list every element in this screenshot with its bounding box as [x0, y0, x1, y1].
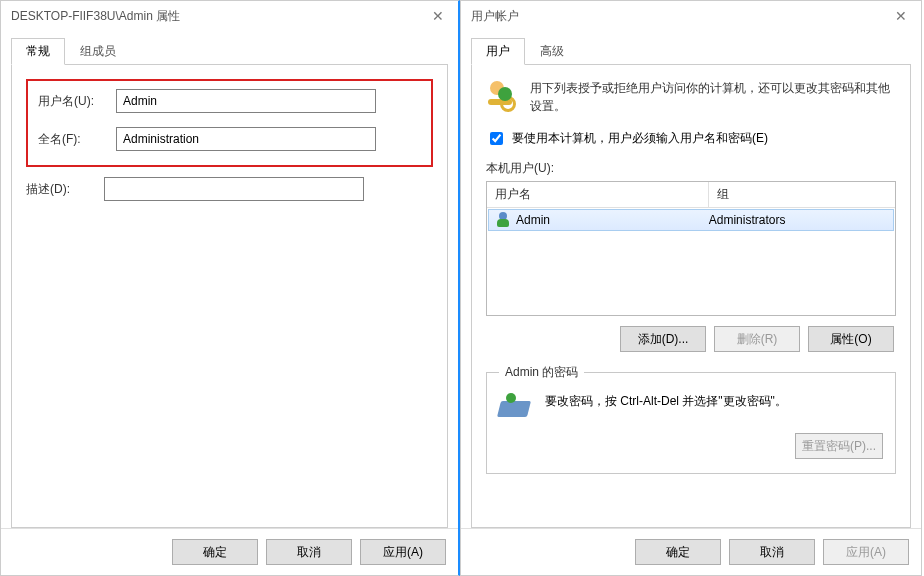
password-group: Admin 的密码 要改密码，按 Ctrl-Alt-Del 并选择"更改密码"。… [486, 364, 896, 474]
local-users-label: 本机用户(U): [486, 160, 896, 177]
users-keys-icon [486, 79, 520, 113]
titlebar: DESKTOP-FIIF38U\Admin 属性 ✕ [1, 1, 458, 31]
ok-button[interactable]: 确定 [635, 539, 721, 565]
password-group-legend: Admin 的密码 [499, 364, 584, 381]
keyboard-icon [499, 393, 533, 421]
users-listview[interactable]: 用户名 组 Admin Administrators [486, 181, 896, 316]
window-title: DESKTOP-FIIF38U\Admin 属性 [11, 8, 180, 25]
require-password-label: 要使用本计算机，用户必须输入用户名和密码(E) [512, 130, 768, 147]
username-field[interactable] [116, 89, 376, 113]
list-item[interactable]: Admin Administrators [488, 209, 894, 231]
row-username: Admin [516, 213, 550, 227]
apply-button: 应用(A) [823, 539, 909, 565]
highlight-box: 用户名(U): 全名(F): [26, 79, 433, 167]
description-field[interactable] [104, 177, 364, 201]
add-button[interactable]: 添加(D)... [620, 326, 706, 352]
ok-button[interactable]: 确定 [172, 539, 258, 565]
tab-general[interactable]: 常规 [11, 38, 65, 65]
tab-strip: 用户 高级 [471, 37, 911, 65]
user-accounts-dialog: 用户帐户 ✕ 用户 高级 用下列表授予或拒绝用户访问你的计算机，还可以更改其密码… [460, 0, 922, 576]
apply-button[interactable]: 应用(A) [360, 539, 446, 565]
column-username[interactable]: 用户名 [487, 182, 709, 207]
tab-users[interactable]: 用户 [471, 38, 525, 65]
info-text: 用下列表授予或拒绝用户访问你的计算机，还可以更改其密码和其他设置。 [530, 79, 896, 115]
username-label: 用户名(U): [38, 93, 116, 110]
admin-properties-dialog: DESKTOP-FIIF38U\Admin 属性 ✕ 常规 组成员 用户名(U)… [0, 0, 460, 576]
close-icon[interactable]: ✕ [889, 6, 913, 26]
column-group[interactable]: 组 [709, 182, 895, 207]
dialog-buttons: 确定 取消 应用(A) [461, 528, 921, 575]
remove-button: 删除(R) [714, 326, 800, 352]
password-instructions: 要改密码，按 Ctrl-Alt-Del 并选择"更改密码"。 [545, 393, 787, 410]
reset-password-button: 重置密码(P)... [795, 433, 883, 459]
require-password-checkbox[interactable] [490, 132, 503, 145]
description-label: 描述(D): [26, 181, 104, 198]
window-title: 用户帐户 [471, 8, 519, 25]
row-group: Administrators [709, 213, 886, 227]
close-icon[interactable]: ✕ [426, 6, 450, 26]
listview-header: 用户名 组 [487, 182, 895, 208]
user-icon [496, 212, 512, 228]
properties-button[interactable]: 属性(O) [808, 326, 894, 352]
tab-panel-users: 用下列表授予或拒绝用户访问你的计算机，还可以更改其密码和其他设置。 要使用本计算… [471, 65, 911, 528]
cancel-button[interactable]: 取消 [266, 539, 352, 565]
tab-panel-general: 用户名(U): 全名(F): 描述(D): [11, 65, 448, 528]
fullname-field[interactable] [116, 127, 376, 151]
cancel-button[interactable]: 取消 [729, 539, 815, 565]
tab-strip: 常规 组成员 [11, 37, 448, 65]
tab-members[interactable]: 组成员 [65, 38, 131, 65]
tab-advanced[interactable]: 高级 [525, 38, 579, 65]
fullname-label: 全名(F): [38, 131, 116, 148]
titlebar: 用户帐户 ✕ [461, 1, 921, 31]
dialog-buttons: 确定 取消 应用(A) [1, 528, 458, 575]
